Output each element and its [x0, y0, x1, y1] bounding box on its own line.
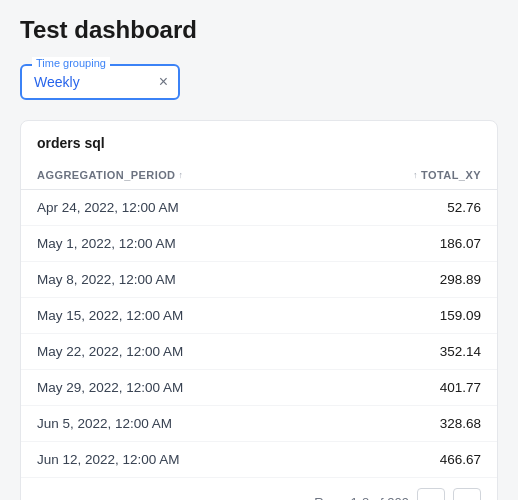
page-title: Test dashboard — [20, 16, 498, 44]
cell-value: 466.67 — [326, 442, 497, 478]
filter-value: Weekly — [22, 66, 155, 98]
pagination-prev-button[interactable]: ‹ — [417, 488, 445, 500]
pagination-next-button[interactable]: › — [453, 488, 481, 500]
table-row: Jun 12, 2022, 12:00 AM466.67 — [21, 442, 497, 478]
col-period-label: AGGREGATION_PERIOD — [37, 169, 176, 181]
filter-section: Time grouping Weekly × — [20, 64, 498, 100]
cell-period: May 15, 2022, 12:00 AM — [21, 298, 326, 334]
cell-value: 52.76 — [326, 190, 497, 226]
table-row: May 22, 2022, 12:00 AM352.14 — [21, 334, 497, 370]
pagination-info: Rows 1-8 of 209 — [314, 495, 409, 501]
cell-value: 352.14 — [326, 334, 497, 370]
data-table: AGGREGATION_PERIOD ↑ ↑ TOTAL_XY Apr 24, … — [21, 161, 497, 477]
col-value-label: TOTAL_XY — [421, 169, 481, 181]
cell-period: May 29, 2022, 12:00 AM — [21, 370, 326, 406]
cell-period: Apr 24, 2022, 12:00 AM — [21, 190, 326, 226]
filter-clear-button[interactable]: × — [155, 66, 178, 98]
table-title: orders sql — [21, 121, 497, 161]
cell-period: May 1, 2022, 12:00 AM — [21, 226, 326, 262]
table-header-row: AGGREGATION_PERIOD ↑ ↑ TOTAL_XY — [21, 161, 497, 190]
table-row: May 15, 2022, 12:00 AM159.09 — [21, 298, 497, 334]
cell-period: May 22, 2022, 12:00 AM — [21, 334, 326, 370]
table-row: May 29, 2022, 12:00 AM401.77 — [21, 370, 497, 406]
col-period-sort-icon: ↑ — [179, 170, 184, 180]
table-row: Apr 24, 2022, 12:00 AM52.76 — [21, 190, 497, 226]
table-row: Jun 5, 2022, 12:00 AM328.68 — [21, 406, 497, 442]
table-card: orders sql AGGREGATION_PERIOD ↑ ↑ TOTAL_… — [20, 120, 498, 500]
table-footer: Rows 1-8 of 209 ‹ › — [21, 477, 497, 500]
table-row: May 1, 2022, 12:00 AM186.07 — [21, 226, 497, 262]
cell-value: 328.68 — [326, 406, 497, 442]
col-value-sort-icon: ↑ — [413, 170, 418, 180]
cell-value: 159.09 — [326, 298, 497, 334]
page-container: Test dashboard Time grouping Weekly × or… — [0, 0, 518, 500]
cell-value: 298.89 — [326, 262, 497, 298]
cell-period: Jun 12, 2022, 12:00 AM — [21, 442, 326, 478]
col-header-value[interactable]: ↑ TOTAL_XY — [326, 161, 497, 190]
col-header-period[interactable]: AGGREGATION_PERIOD ↑ — [21, 161, 326, 190]
table-body: Apr 24, 2022, 12:00 AM52.76May 1, 2022, … — [21, 190, 497, 478]
time-grouping-filter: Time grouping Weekly × — [20, 64, 180, 100]
table-row: May 8, 2022, 12:00 AM298.89 — [21, 262, 497, 298]
cell-period: May 8, 2022, 12:00 AM — [21, 262, 326, 298]
cell-period: Jun 5, 2022, 12:00 AM — [21, 406, 326, 442]
cell-value: 401.77 — [326, 370, 497, 406]
filter-label: Time grouping — [32, 57, 110, 69]
cell-value: 186.07 — [326, 226, 497, 262]
